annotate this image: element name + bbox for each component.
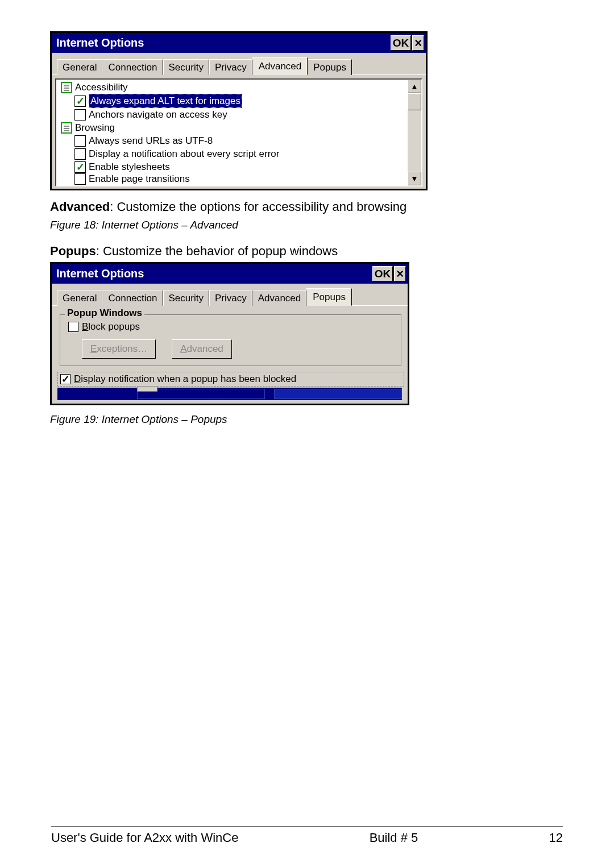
scroll-thumb[interactable] bbox=[408, 93, 421, 110]
close-button[interactable]: × bbox=[412, 35, 424, 51]
titlebar: Internet Options OK × bbox=[52, 264, 408, 284]
screenshot-popups: Internet Options OK × General Connection… bbox=[50, 262, 409, 405]
tab-panel-advanced: Accessibility ✓ Always expand ALT text f… bbox=[52, 74, 426, 189]
tab-connection[interactable]: Connection bbox=[102, 290, 163, 306]
window-title: Internet Options bbox=[56, 36, 144, 49]
advanced-button[interactable]: Advanced bbox=[172, 339, 232, 359]
close-button[interactable]: × bbox=[394, 266, 406, 281]
option-script-error[interactable]: Display a notification about every scrip… bbox=[61, 147, 405, 160]
tab-general[interactable]: General bbox=[57, 59, 102, 75]
option-alt-text[interactable]: ✓ Always expand ALT text for images bbox=[61, 94, 405, 108]
tab-privacy[interactable]: Privacy bbox=[209, 290, 252, 306]
tab-popups[interactable]: Popups bbox=[306, 288, 352, 306]
checkbox-icon[interactable] bbox=[74, 135, 86, 147]
gray-handle-icon bbox=[137, 386, 157, 392]
checkbox-icon[interactable]: ✓ bbox=[74, 161, 86, 173]
footer-page-number: 12 bbox=[549, 830, 563, 845]
checkbox-icon[interactable] bbox=[74, 109, 86, 121]
options-tree: Accessibility ✓ Always expand ALT text f… bbox=[55, 78, 422, 186]
screenshot-advanced: Internet Options OK × General Connection… bbox=[50, 31, 428, 190]
block-popups-row[interactable]: Block popups bbox=[68, 321, 395, 333]
checkbox-icon[interactable] bbox=[68, 322, 78, 332]
group-icon bbox=[61, 82, 72, 93]
footer-left: User's Guide for A2xx with WinCe bbox=[51, 830, 238, 845]
tab-strip: General Connection Security Privacy Adva… bbox=[52, 284, 408, 305]
status-bar bbox=[57, 388, 402, 400]
ok-button[interactable]: OK bbox=[391, 35, 412, 51]
option-utf8[interactable]: Always send URLs as UTF-8 bbox=[61, 134, 405, 147]
close-icon: × bbox=[396, 268, 404, 280]
scroll-down-icon[interactable]: ▼ bbox=[408, 172, 421, 185]
footer-center: Build # 5 bbox=[370, 830, 418, 845]
tab-connection[interactable]: Connection bbox=[102, 59, 163, 75]
checkbox-icon[interactable]: ✓ bbox=[60, 374, 70, 384]
advanced-description: Advanced: Customize the options for acce… bbox=[50, 200, 563, 214]
tab-privacy[interactable]: Privacy bbox=[209, 59, 252, 75]
ok-button[interactable]: OK bbox=[372, 266, 393, 281]
group-accessibility: Accessibility bbox=[61, 81, 405, 94]
scroll-up-icon[interactable]: ▲ bbox=[408, 80, 421, 93]
block-popups-label: Block popups bbox=[82, 321, 140, 333]
popups-description: Popups: Customize the behavior of popup … bbox=[50, 244, 563, 259]
tab-advanced[interactable]: Advanced bbox=[252, 57, 308, 75]
checkbox-icon[interactable] bbox=[74, 173, 86, 185]
titlebar: Internet Options OK × bbox=[52, 33, 426, 53]
group-browsing: Browsing bbox=[61, 121, 405, 134]
option-stylesheets[interactable]: ✓ Enable stylesheets bbox=[61, 160, 405, 173]
figure-19-caption: Figure 19: Internet Options – Popups bbox=[50, 413, 563, 426]
checkbox-icon[interactable]: ✓ bbox=[74, 95, 86, 107]
tab-strip: General Connection Security Privacy Adva… bbox=[52, 53, 426, 74]
close-icon: × bbox=[414, 37, 422, 49]
page-footer: User's Guide for A2xx with WinCe Build #… bbox=[51, 827, 563, 845]
tab-panel-popups: Popup Windows Block popups Exceptions… A… bbox=[52, 305, 408, 404]
tab-general[interactable]: General bbox=[57, 290, 102, 306]
exceptions-button[interactable]: Exceptions… bbox=[82, 339, 156, 359]
figure-18-caption: Figure 18: Internet Options – Advanced bbox=[50, 219, 563, 231]
option-page-transitions[interactable]: Enable page transitions bbox=[61, 172, 405, 185]
tab-security[interactable]: Security bbox=[163, 290, 209, 306]
display-notification-row[interactable]: ✓ Display notification when a popup has … bbox=[57, 372, 404, 387]
group-icon bbox=[61, 122, 72, 134]
popup-windows-group: Popup Windows Block popups Exceptions… A… bbox=[60, 314, 401, 366]
tab-security[interactable]: Security bbox=[163, 59, 209, 75]
window-title: Internet Options bbox=[56, 267, 144, 280]
tab-popups[interactable]: Popups bbox=[308, 59, 352, 75]
checkbox-icon[interactable] bbox=[74, 148, 86, 160]
tab-advanced[interactable]: Advanced bbox=[252, 290, 307, 306]
option-anchors[interactable]: Anchors navigate on access key bbox=[61, 108, 405, 121]
scrollbar[interactable]: ▲ ▼ bbox=[408, 80, 421, 185]
fieldset-legend: Popup Windows bbox=[65, 308, 144, 319]
display-notification-label: Display notification when a popup has be… bbox=[74, 373, 296, 385]
